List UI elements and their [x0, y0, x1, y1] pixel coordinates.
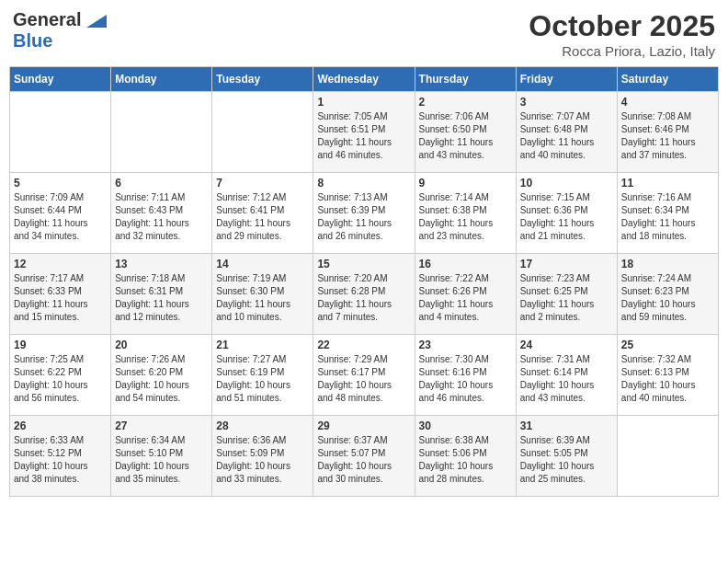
logo-text: General	[13, 9, 107, 30]
day-info: Sunrise: 7:30 AMSunset: 6:16 PMDaylight:…	[419, 353, 512, 405]
location: Rocca Priora, Lazio, Italy	[529, 43, 715, 59]
day-info: Sunrise: 7:14 AMSunset: 6:38 PMDaylight:…	[419, 191, 512, 243]
day-number: 19	[14, 339, 107, 351]
day-number: 31	[520, 419, 613, 432]
day-number: 22	[317, 339, 410, 351]
day-number: 3	[520, 96, 613, 109]
day-number: 9	[419, 177, 512, 190]
day-number: 12	[14, 258, 107, 270]
calendar-cell: 4Sunrise: 7:08 AMSunset: 6:46 PMDaylight…	[617, 92, 718, 173]
day-info: Sunrise: 6:33 AMSunset: 5:12 PMDaylight:…	[14, 434, 107, 486]
day-number: 23	[419, 339, 512, 351]
day-info: Sunrise: 7:19 AMSunset: 6:30 PMDaylight:…	[216, 272, 309, 324]
day-number: 6	[115, 177, 208, 190]
calendar-cell: 3Sunrise: 7:07 AMSunset: 6:48 PMDaylight…	[516, 92, 617, 173]
calendar-cell	[10, 92, 111, 173]
day-number: 28	[216, 419, 309, 432]
calendar-cell: 31Sunrise: 6:39 AMSunset: 5:05 PMDayligh…	[516, 416, 617, 497]
day-number: 21	[216, 339, 309, 351]
logo-blue: Blue	[13, 30, 52, 51]
day-info: Sunrise: 7:16 AMSunset: 6:34 PMDaylight:…	[621, 191, 714, 243]
day-info: Sunrise: 6:39 AMSunset: 5:05 PMDaylight:…	[520, 434, 613, 486]
day-info: Sunrise: 7:17 AMSunset: 6:33 PMDaylight:…	[14, 272, 107, 324]
month-title: October 2025	[529, 9, 715, 43]
day-number: 18	[621, 258, 714, 270]
calendar-cell: 22Sunrise: 7:29 AMSunset: 6:17 PMDayligh…	[313, 335, 415, 416]
day-number: 30	[419, 419, 512, 432]
day-number: 17	[520, 258, 613, 270]
day-info: Sunrise: 7:12 AMSunset: 6:41 PMDaylight:…	[216, 191, 309, 243]
calendar-cell: 23Sunrise: 7:30 AMSunset: 6:16 PMDayligh…	[415, 335, 516, 416]
day-info: Sunrise: 7:23 AMSunset: 6:25 PMDaylight:…	[520, 272, 613, 324]
day-number: 29	[317, 419, 410, 432]
day-number: 24	[520, 339, 613, 351]
calendar-cell: 30Sunrise: 6:38 AMSunset: 5:06 PMDayligh…	[415, 416, 516, 497]
day-info: Sunrise: 7:09 AMSunset: 6:44 PMDaylight:…	[14, 191, 107, 243]
day-info: Sunrise: 7:26 AMSunset: 6:20 PMDaylight:…	[115, 353, 208, 405]
title-block: October 2025 Rocca Priora, Lazio, Italy	[529, 9, 715, 59]
weekday-header: Thursday	[415, 67, 516, 92]
day-info: Sunrise: 7:20 AMSunset: 6:28 PMDaylight:…	[317, 272, 410, 324]
day-number: 8	[317, 177, 410, 190]
weekday-header: Monday	[111, 67, 212, 92]
calendar-cell: 2Sunrise: 7:06 AMSunset: 6:50 PMDaylight…	[415, 92, 516, 173]
calendar-cell: 27Sunrise: 6:34 AMSunset: 5:10 PMDayligh…	[111, 416, 212, 497]
weekday-header: Tuesday	[212, 67, 313, 92]
calendar-cell: 29Sunrise: 6:37 AMSunset: 5:07 PMDayligh…	[313, 416, 415, 497]
day-number: 5	[14, 177, 107, 190]
calendar-cell: 21Sunrise: 7:27 AMSunset: 6:19 PMDayligh…	[212, 335, 313, 416]
day-number: 4	[621, 96, 714, 109]
day-info: Sunrise: 7:05 AMSunset: 6:51 PMDaylight:…	[317, 110, 410, 162]
calendar-cell	[111, 92, 212, 173]
day-info: Sunrise: 7:32 AMSunset: 6:13 PMDaylight:…	[621, 353, 714, 405]
calendar-cell: 8Sunrise: 7:13 AMSunset: 6:39 PMDaylight…	[313, 173, 415, 254]
day-number: 13	[115, 258, 208, 270]
day-info: Sunrise: 7:15 AMSunset: 6:36 PMDaylight:…	[520, 191, 613, 243]
calendar-cell: 19Sunrise: 7:25 AMSunset: 6:22 PMDayligh…	[10, 335, 111, 416]
calendar-cell: 6Sunrise: 7:11 AMSunset: 6:43 PMDaylight…	[111, 173, 212, 254]
day-info: Sunrise: 7:13 AMSunset: 6:39 PMDaylight:…	[317, 191, 410, 243]
calendar-cell: 18Sunrise: 7:24 AMSunset: 6:23 PMDayligh…	[617, 254, 718, 335]
calendar-cell: 12Sunrise: 7:17 AMSunset: 6:33 PMDayligh…	[10, 254, 111, 335]
calendar-cell: 7Sunrise: 7:12 AMSunset: 6:41 PMDaylight…	[212, 173, 313, 254]
calendar-cell: 10Sunrise: 7:15 AMSunset: 6:36 PMDayligh…	[516, 173, 617, 254]
day-number: 16	[419, 258, 512, 270]
day-number: 14	[216, 258, 309, 270]
weekday-header: Wednesday	[313, 67, 415, 92]
day-info: Sunrise: 6:38 AMSunset: 5:06 PMDaylight:…	[419, 434, 512, 486]
calendar-table: SundayMondayTuesdayWednesdayThursdayFrid…	[9, 66, 719, 497]
day-info: Sunrise: 6:36 AMSunset: 5:09 PMDaylight:…	[216, 434, 309, 486]
day-number: 25	[621, 339, 714, 351]
calendar-cell: 20Sunrise: 7:26 AMSunset: 6:20 PMDayligh…	[111, 335, 212, 416]
calendar-cell: 17Sunrise: 7:23 AMSunset: 6:25 PMDayligh…	[516, 254, 617, 335]
day-info: Sunrise: 7:25 AMSunset: 6:22 PMDaylight:…	[14, 353, 107, 405]
day-number: 10	[520, 177, 613, 190]
day-info: Sunrise: 7:31 AMSunset: 6:14 PMDaylight:…	[520, 353, 613, 405]
calendar-cell: 16Sunrise: 7:22 AMSunset: 6:26 PMDayligh…	[415, 254, 516, 335]
day-info: Sunrise: 7:27 AMSunset: 6:19 PMDaylight:…	[216, 353, 309, 405]
day-number: 15	[317, 258, 410, 270]
calendar-cell: 1Sunrise: 7:05 AMSunset: 6:51 PMDaylight…	[313, 92, 415, 173]
calendar-cell: 28Sunrise: 6:36 AMSunset: 5:09 PMDayligh…	[212, 416, 313, 497]
day-number: 2	[419, 96, 512, 109]
calendar-cell: 13Sunrise: 7:18 AMSunset: 6:31 PMDayligh…	[111, 254, 212, 335]
page-header: General Blue October 2025 Rocca Priora, …	[9, 9, 719, 59]
day-number: 27	[115, 419, 208, 432]
day-info: Sunrise: 7:29 AMSunset: 6:17 PMDaylight:…	[317, 353, 410, 405]
day-number: 20	[115, 339, 208, 351]
day-number: 7	[216, 177, 309, 190]
day-number: 11	[621, 177, 714, 190]
calendar-cell	[212, 92, 313, 173]
weekday-header: Saturday	[617, 67, 718, 92]
day-info: Sunrise: 7:07 AMSunset: 6:48 PMDaylight:…	[520, 110, 613, 162]
weekday-header: Sunday	[10, 67, 111, 92]
day-info: Sunrise: 7:24 AMSunset: 6:23 PMDaylight:…	[621, 272, 714, 324]
day-number: 26	[14, 419, 107, 432]
day-info: Sunrise: 7:11 AMSunset: 6:43 PMDaylight:…	[115, 191, 208, 243]
calendar-cell: 24Sunrise: 7:31 AMSunset: 6:14 PMDayligh…	[516, 335, 617, 416]
calendar-cell: 25Sunrise: 7:32 AMSunset: 6:13 PMDayligh…	[617, 335, 718, 416]
day-info: Sunrise: 7:22 AMSunset: 6:26 PMDaylight:…	[419, 272, 512, 324]
calendar-cell: 5Sunrise: 7:09 AMSunset: 6:44 PMDaylight…	[10, 173, 111, 254]
calendar-cell: 15Sunrise: 7:20 AMSunset: 6:28 PMDayligh…	[313, 254, 415, 335]
calendar-cell: 26Sunrise: 6:33 AMSunset: 5:12 PMDayligh…	[10, 416, 111, 497]
